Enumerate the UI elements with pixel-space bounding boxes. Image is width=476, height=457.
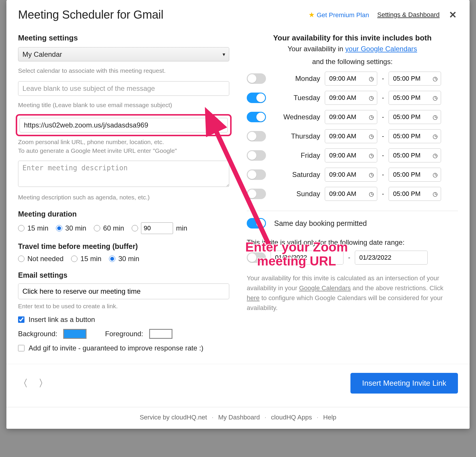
- duration-60min[interactable]: 60 min: [94, 224, 124, 232]
- color-row: Background: Foreground:: [18, 329, 229, 339]
- day-label: Monday: [271, 75, 320, 83]
- day-toggle-thursday[interactable]: [247, 131, 266, 141]
- dash-separator: -: [382, 75, 384, 82]
- background-color-swatch[interactable]: [63, 329, 87, 339]
- day-start-input[interactable]: [325, 110, 377, 124]
- foreground-color-swatch[interactable]: [149, 329, 172, 339]
- date-end-input[interactable]: [355, 251, 428, 265]
- close-icon[interactable]: ✕: [448, 9, 458, 20]
- insert-meeting-link-button[interactable]: Insert Meeting Invite Link: [350, 373, 458, 394]
- location-helper-1: Zoom personal link URL, phone number, lo…: [18, 138, 229, 146]
- day-label: Sunday: [271, 190, 320, 198]
- day-start-wrap: ◷: [325, 91, 377, 105]
- same-day-label: Same day booking permitted: [274, 219, 367, 228]
- buffer-none[interactable]: Not needed: [18, 255, 64, 263]
- premium-link-text[interactable]: Get Premium Plan: [317, 11, 369, 19]
- dash-separator: -: [382, 171, 384, 178]
- cloudhq-link[interactable]: cloudHQ.net: [171, 414, 207, 421]
- cloudhq-apps-link[interactable]: cloudHQ Apps: [271, 414, 312, 421]
- days-container: Monday ◷ - ◷ Tuesday ◷ - ◷ Wednesday ◷ -: [247, 72, 458, 201]
- footer-actions: 〈 〉 Insert Meeting Invite Link: [6, 364, 470, 407]
- day-start-input[interactable]: [325, 187, 377, 201]
- day-start-wrap: ◷: [325, 168, 377, 182]
- date-range-toggle[interactable]: [247, 252, 266, 263]
- settings-dashboard-link[interactable]: Settings & Dashboard: [377, 11, 440, 19]
- duration-custom[interactable]: min: [132, 222, 187, 234]
- google-calendars-link[interactable]: your Google Calendars: [345, 45, 417, 53]
- day-end-wrap: ◷: [389, 129, 441, 143]
- configure-here-link[interactable]: here: [247, 294, 260, 302]
- day-row: Sunday ◷ - ◷: [247, 187, 458, 201]
- duration-radio-row: 15 min 30 min 60 min min: [18, 222, 229, 234]
- buffer-title: Travel time before meeting (buffer): [18, 242, 229, 251]
- day-end-input[interactable]: [389, 72, 441, 86]
- description-block: [18, 161, 229, 188]
- calendar-select-block: My Calendar ▾: [18, 47, 229, 61]
- insert-as-button-checkbox[interactable]: [18, 316, 24, 323]
- day-end-input[interactable]: [389, 129, 441, 143]
- calendar-helper-text: Select calendar to associate with this m…: [18, 67, 229, 75]
- add-gif-row: Add gif to invite - guaranteed to improv…: [18, 344, 229, 352]
- day-end-input[interactable]: [389, 148, 441, 162]
- premium-plan-link[interactable]: ★ Get Premium Plan: [308, 11, 369, 19]
- day-end-wrap: ◷: [389, 91, 441, 105]
- buffer-30min[interactable]: 30 min: [109, 255, 139, 263]
- divider: [247, 211, 458, 211]
- meeting-description-input[interactable]: [18, 161, 229, 187]
- duration-30min[interactable]: 30 min: [56, 224, 86, 232]
- day-start-input[interactable]: [325, 91, 377, 105]
- day-start-wrap: ◷: [325, 110, 377, 124]
- add-gif-checkbox[interactable]: [18, 345, 24, 351]
- meeting-title-input[interactable]: [18, 81, 229, 96]
- day-toggle-tuesday[interactable]: [247, 93, 266, 103]
- duration-custom-input[interactable]: [141, 222, 173, 234]
- availability-heading: Your availability for this invite includ…: [247, 33, 458, 42]
- day-end-wrap: ◷: [389, 72, 441, 86]
- day-end-input[interactable]: [389, 168, 441, 182]
- day-start-input[interactable]: [325, 129, 377, 143]
- day-toggle-sunday[interactable]: [247, 189, 266, 199]
- date-range-text: This invite is valid only for the follow…: [247, 238, 458, 247]
- help-link[interactable]: Help: [323, 414, 336, 421]
- date-start-input[interactable]: [271, 251, 343, 265]
- calendar-select[interactable]: My Calendar: [18, 47, 229, 61]
- dash-separator: -: [382, 152, 384, 159]
- day-toggle-wednesday[interactable]: [247, 112, 266, 122]
- buffer-15min[interactable]: 15 min: [71, 255, 101, 263]
- next-arrow-icon[interactable]: 〉: [38, 377, 48, 390]
- nav-arrows: 〈 〉: [18, 377, 48, 390]
- day-end-wrap: ◷: [389, 168, 441, 182]
- dash-separator: -: [382, 190, 384, 198]
- modal-dialog: Meeting Scheduler for Gmail ★ Get Premiu…: [6, 0, 470, 429]
- date-range-row: -: [247, 251, 458, 265]
- footer-bar: Service by cloudHQ.net · My Dashboard · …: [6, 407, 470, 429]
- day-end-input[interactable]: [389, 91, 441, 105]
- day-toggle-friday[interactable]: [247, 150, 266, 161]
- meeting-location-input[interactable]: [20, 118, 228, 132]
- prev-arrow-icon[interactable]: 〈: [18, 377, 28, 390]
- day-end-input[interactable]: [389, 187, 441, 201]
- email-link-helper: Enter text to be used to create a link.: [18, 302, 229, 310]
- availability-following: and the following settings:: [247, 58, 458, 66]
- day-label: Wednesday: [271, 113, 320, 121]
- day-toggle-monday[interactable]: [247, 73, 266, 84]
- day-end-wrap: ◷: [389, 187, 441, 201]
- my-dashboard-link[interactable]: My Dashboard: [218, 414, 260, 421]
- day-start-input[interactable]: [325, 168, 377, 182]
- day-row: Monday ◷ - ◷: [247, 72, 458, 86]
- day-row: Thursday ◷ - ◷: [247, 129, 458, 143]
- meeting-settings-title: Meeting settings: [18, 33, 229, 42]
- day-start-input[interactable]: [325, 72, 377, 86]
- same-day-toggle[interactable]: [247, 218, 266, 228]
- email-link-text-input[interactable]: [18, 284, 229, 299]
- day-end-input[interactable]: [389, 110, 441, 124]
- day-start-wrap: ◷: [325, 187, 377, 201]
- duration-min-label: min: [176, 224, 187, 232]
- day-start-input[interactable]: [325, 148, 377, 162]
- modal-body: Meeting settings My Calendar ▾ Select ca…: [6, 21, 470, 355]
- day-toggle-saturday[interactable]: [247, 169, 266, 180]
- availability-explanation: Your availability for this invite is cal…: [247, 273, 458, 313]
- same-day-row: Same day booking permitted: [247, 218, 458, 228]
- duration-15min[interactable]: 15 min: [18, 224, 48, 232]
- google-calendars-link-2[interactable]: Google Calendars: [299, 284, 351, 292]
